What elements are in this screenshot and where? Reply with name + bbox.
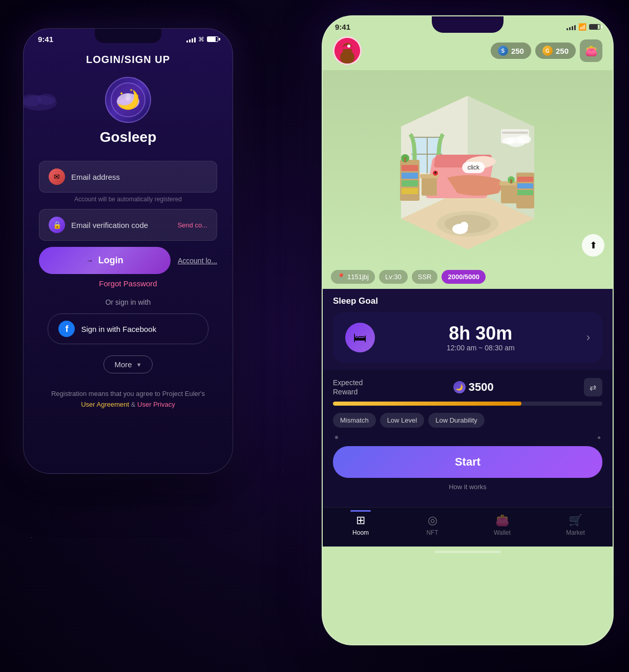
low-level-tag: Low Level [380,413,425,428]
room-scene[interactable]: click ⬆ [323,70,613,265]
reward-row: Expected Reward 🌙 3500 ⇄ [333,378,602,396]
dot-right [598,436,600,439]
dots-row [333,436,602,439]
level-value: Lv:30 [385,273,402,281]
svg-rect-29 [402,188,418,194]
more-button[interactable]: More ▼ [103,355,152,373]
send-code-link[interactable]: Send co... [177,221,207,229]
sleep-goal-label: Sleep Goal [333,296,602,306]
arrow-icon: → [86,257,93,264]
g-currency-pill: G 250 [535,43,576,59]
nft-label: NFT [426,529,438,536]
s-currency-pill: S 250 [491,43,531,59]
and-text: & [131,401,137,408]
facebook-signin-button[interactable]: f Sign in with Facebook [48,313,208,344]
svg-point-12 [347,45,350,48]
nav-item-nft[interactable]: ◎ NFT [426,514,438,536]
verification-field[interactable]: 🔒 Email verification code Send co... [39,209,217,241]
svg-rect-19 [427,137,428,174]
battery-icon [207,36,218,42]
svg-rect-44 [517,177,533,182]
user-avatar[interactable] [333,36,362,65]
progress-value: 2000/5000 [448,273,479,281]
location-value: 1151jbj [347,273,369,281]
sleep-icon: 🛏 [345,323,375,352]
status-time: 9:41 [38,35,53,44]
main-status-icons: 📶 [567,23,600,31]
reward-amount: 🌙 3500 [453,381,494,394]
room-info-bar: 📍 1151jbj Lv:30 SSR 2000/5000 [323,265,613,289]
email-field[interactable]: ✉ Email address [39,161,217,193]
share-button[interactable]: ⬆ [582,234,604,257]
nft-icon: ◎ [428,514,437,527]
svg-rect-28 [402,180,418,186]
rarity-tag: SSR [412,270,438,284]
svg-point-4 [117,93,139,110]
app-logo: ✦ ✦ ★ [105,77,151,123]
svg-point-42 [460,222,468,230]
chevron-right-icon: › [586,331,590,344]
g-coin-icon: G [542,46,553,56]
facebook-btn-text: Sign in with Facebook [81,325,156,333]
email-icon: ✉ [49,169,65,185]
nav-active-indicator [350,510,371,512]
status-icons: ⌘ [186,36,218,43]
moon-coin-icon: 🌙 [453,381,466,393]
wallet-button[interactable]: 👛 [580,39,602,62]
nav-item-hoom[interactable]: ⊞ Hoom [350,514,371,536]
nav-item-wallet[interactable]: 👛 Wallet [494,514,511,536]
registration-text: Registration means that you agree to Pro… [46,389,210,410]
market-label: Market [566,529,585,536]
main-signal-icon [567,24,576,30]
main-status-time: 9:41 [335,23,350,31]
forgot-password-link[interactable]: Forgot Password [99,279,157,288]
svg-point-38 [502,137,515,144]
how-it-works-text[interactable]: How it works [333,483,602,491]
start-button[interactable]: Start [333,446,602,478]
cloud-decoration-1 [23,90,59,111]
logo-svg: ✦ ✦ ★ [110,82,146,118]
nav-item-market[interactable]: 🛒 Market [566,514,585,536]
swap-icon[interactable]: ⇄ [584,378,602,396]
sleep-range: 12:00 am ~ 08:30 am [375,344,586,352]
user-privacy-link[interactable]: User Privacy [137,401,175,408]
verification-label: Email verification code [71,221,171,229]
svg-rect-31 [404,157,406,162]
svg-rect-48 [510,179,512,183]
sleep-timer-card[interactable]: 🛏 8h 30m 12:00 am ~ 08:30 am › [333,312,602,363]
account-link[interactable]: Account lo... [178,257,217,265]
sleep-time-info: 8h 30m 12:00 am ~ 08:30 am [375,323,586,352]
low-durability-tag: Low Durability [428,413,485,428]
reg-text-part1: Registration means that you agree to Pro… [51,390,205,397]
wifi-icon: ⌘ [198,36,204,43]
level-tag: Lv:30 [379,270,408,284]
reward-number: 3500 [469,381,494,394]
warning-tags: Mismatch Low Level Low Durability [333,413,602,428]
svg-rect-35 [502,132,528,134]
rarity-value: SSR [418,273,432,281]
game-header: S 250 G 250 👛 [323,31,613,70]
login-button[interactable]: → Login [39,247,171,274]
hoom-label: Hoom [352,529,369,536]
svg-rect-45 [517,183,533,188]
share-icon: ⬆ [590,240,597,251]
reward-progress-bar [333,402,602,406]
main-status-bar: 9:41 📶 [323,16,613,31]
svg-point-50 [434,172,436,174]
user-agreement-link[interactable]: User Agreement [81,401,129,408]
sleep-goal-section: Sleep Goal 🛏 8h 30m 12:00 am ~ 08:30 am … [323,289,613,370]
start-button-text: Start [455,455,480,468]
svg-text:✦: ✦ [136,94,139,98]
login-btn-text: Login [98,255,123,266]
currency-group: S 250 G 250 👛 [491,39,602,62]
app-name: Gosleep [100,129,156,145]
location-tag: 📍 1151jbj [331,270,375,284]
main-battery-icon [589,24,600,30]
reward-bar-fill [333,402,521,406]
login-title: LOGIN/SIGN UP [86,54,170,66]
signal-icon [186,36,196,43]
hoom-icon: ⊞ [356,514,365,527]
svg-rect-11 [340,47,355,49]
g-currency-amount: 250 [556,47,569,55]
mismatch-tag: Mismatch [333,413,376,428]
